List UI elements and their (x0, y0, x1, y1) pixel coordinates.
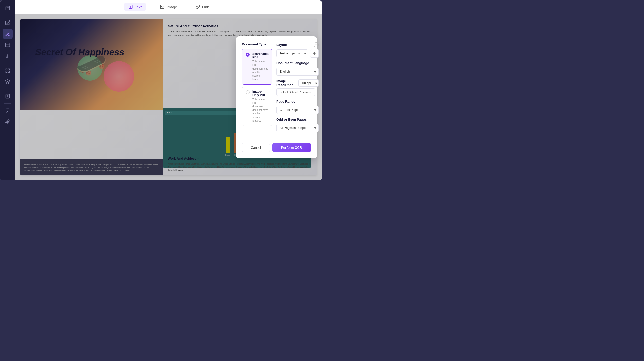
detect-resolution-button[interactable]: Detect Optimal Resolution (276, 88, 315, 96)
tab-link-label: Link (202, 5, 209, 9)
layout-gear-button[interactable]: ⚙ (310, 49, 319, 58)
svg-marker-13 (6, 80, 10, 82)
option-image-only-pdf[interactable]: Image-Only PDF This type of PDF document… (242, 87, 272, 126)
tab-text[interactable]: Text (124, 3, 146, 11)
layout-title: Layout (276, 43, 287, 47)
sidebar-divider-3 (4, 89, 11, 89)
sidebar-icon-highlight[interactable] (3, 29, 13, 39)
layout-help-button[interactable]: ? (314, 42, 319, 47)
toolbar: Text Image Link (15, 0, 322, 14)
resolution-title: Image Resolution (276, 79, 298, 87)
image-only-text: Image-Only PDF This type of PDF document… (252, 90, 269, 123)
image-only-desc: This type of PDF document does not have … (252, 98, 269, 123)
sidebar-divider-2 (4, 63, 11, 63)
sidebar-icon-grid[interactable] (3, 65, 13, 76)
dialog-overlay: Document Type Searchable PDF This type o… (15, 14, 322, 180)
svg-rect-4 (6, 43, 10, 47)
radio-image-only[interactable] (246, 90, 250, 94)
layout-select-wrapper: Text and picture only Text only Picture … (276, 49, 308, 57)
svg-rect-12 (8, 71, 10, 73)
sidebar-divider-1 (4, 15, 11, 15)
svg-rect-11 (6, 71, 7, 73)
searchable-desc: This type of PDF document has a full tex… (252, 60, 269, 81)
sidebar-icon-bookmark[interactable] (3, 106, 13, 116)
page-range-select-wrapper: Current Page All Pages Custom Range (276, 106, 319, 114)
odd-even-select[interactable]: All Pages in Range Odd Pages Only Even P… (276, 124, 319, 132)
sidebar-icon-layers[interactable] (3, 77, 13, 87)
document-type-title: Document Type (242, 42, 272, 46)
page-range-select[interactable]: Current Page All Pages Custom Range (276, 106, 319, 114)
svg-rect-10 (8, 69, 10, 70)
option-searchable-pdf[interactable]: Searchable PDF This type of PDF document… (242, 49, 272, 85)
dialog-split: Document Type Searchable PDF This type o… (242, 42, 311, 134)
resolution-select-wrapper: 300 dpi 72 dpi 150 dpi 600 dpi (298, 79, 319, 87)
sidebar-divider-4 (4, 103, 11, 104)
sidebar-icon-pages[interactable] (3, 40, 13, 50)
page-range-title: Page Range (276, 100, 319, 103)
resolution-header-row: Image Resolution 300 dpi 72 dpi 150 dpi … (276, 79, 319, 87)
odd-even-select-wrapper: All Pages in Range Odd Pages Only Even P… (276, 124, 319, 132)
cancel-button[interactable]: Cancel (242, 143, 270, 152)
language-select-wrapper: English French German Spanish (276, 68, 319, 76)
sidebar-icon-ocr[interactable] (3, 91, 13, 101)
odd-even-title: Odd or Even Pages (276, 118, 319, 121)
main-content: Text Image Link (15, 0, 322, 180)
sidebar (0, 0, 15, 180)
language-select[interactable]: English French German Spanish (276, 68, 319, 76)
resolution-select[interactable]: 300 dpi 72 dpi 150 dpi 600 dpi (298, 79, 319, 87)
searchable-text: Searchable PDF This type of PDF document… (252, 52, 269, 81)
searchable-label: Searchable PDF (252, 52, 269, 59)
sidebar-icon-attachment[interactable] (3, 117, 13, 127)
svg-rect-9 (6, 69, 7, 70)
layout-header-row: Layout ? (276, 42, 319, 47)
app-container: Text Image Link (0, 0, 322, 180)
ocr-dialog: Document Type Searchable PDF This type o… (236, 36, 317, 158)
tab-image[interactable]: Image (156, 3, 181, 11)
tab-text-label: Text (135, 5, 142, 9)
settings-section: Layout ? Text and picture only (276, 42, 319, 134)
document-area: 🛹 Secret Of Happiness Nature And Outdoor… (15, 14, 322, 180)
tab-link[interactable]: Link (191, 3, 213, 11)
perform-ocr-button[interactable]: Perform OCR (272, 143, 311, 152)
dialog-button-row: Cancel Perform OCR (242, 139, 311, 152)
document-type-section: Document Type Searchable PDF This type o… (242, 42, 272, 134)
layout-select[interactable]: Text and picture only Text only Picture … (276, 49, 308, 57)
sidebar-icon-chart[interactable] (3, 51, 13, 61)
svg-point-17 (161, 6, 162, 6)
radio-searchable[interactable] (246, 53, 250, 57)
layout-row: Text and picture only Text only Picture … (276, 49, 319, 58)
language-title: Document Language (276, 61, 319, 65)
image-only-label: Image-Only PDF (252, 90, 269, 97)
tab-image-label: Image (167, 5, 177, 9)
sidebar-icon-document[interactable] (3, 3, 13, 13)
sidebar-icon-edit[interactable] (3, 18, 13, 28)
